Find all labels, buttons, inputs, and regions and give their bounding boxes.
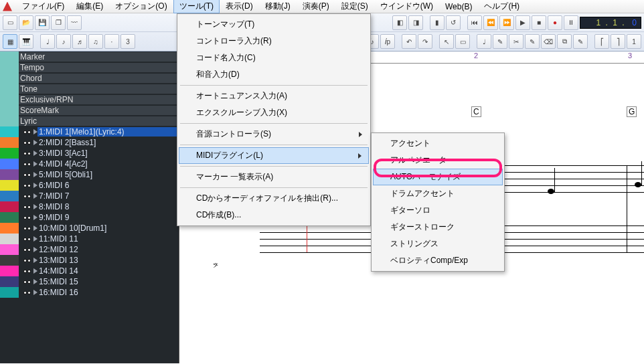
menu-item[interactable]: コントローラ入力(R) bbox=[179, 33, 369, 50]
menu-item[interactable]: アルペジエーター bbox=[373, 152, 503, 169]
tools-menu[interactable]: トーンマップ(T)コントローラ入力(R)コード名入力(C)和音入力(D)オートニ… bbox=[177, 13, 371, 226]
menu-window[interactable]: ウインドウ(W) bbox=[374, 0, 439, 13]
tb-select-icon[interactable]: ▭ bbox=[455, 34, 470, 49]
menu-move[interactable]: 移動(J) bbox=[259, 0, 297, 13]
track-controls[interactable] bbox=[19, 163, 32, 166]
menu-item[interactable]: 和音入力(D) bbox=[179, 66, 369, 83]
track-controls[interactable] bbox=[19, 184, 32, 187]
track-row[interactable]: 3:MIDI 3[Ac1] bbox=[0, 148, 179, 159]
track-section[interactable]: ScoreMark bbox=[0, 105, 179, 116]
menu-help[interactable]: ヘルプ(H) bbox=[478, 0, 526, 13]
track-row[interactable]: 10:MIDI 10[Drum1] bbox=[0, 223, 179, 234]
chord-label[interactable]: G bbox=[627, 106, 637, 117]
menu-item[interactable]: トーンマップ(T) bbox=[179, 16, 369, 33]
track-row[interactable]: 12:MIDI 12 bbox=[0, 244, 179, 255]
tb-note-16-icon[interactable]: ♬ bbox=[72, 34, 87, 49]
menu-item[interactable]: マーカー 一覧表示(A) bbox=[179, 169, 369, 185]
track-row[interactable]: 14:MIDI 14 bbox=[0, 266, 179, 276]
tb-grid-icon[interactable]: ▦ bbox=[3, 34, 17, 49]
track-section[interactable]: Marker bbox=[0, 52, 179, 62]
tb-bracket-l-icon[interactable]: ⎡ bbox=[594, 34, 609, 49]
tb-rec-icon[interactable]: ● bbox=[548, 15, 562, 30]
menu-item[interactable]: コード名入力(C) bbox=[179, 50, 369, 66]
tb-redo-icon[interactable]: ↷ bbox=[418, 34, 432, 49]
tb-open-icon[interactable]: 📂 bbox=[19, 15, 33, 30]
track-row[interactable]: 15:MIDI 15 bbox=[0, 276, 179, 287]
tb-b1-icon[interactable]: ◧ bbox=[392, 15, 407, 30]
tb-save-icon[interactable]: 💾 bbox=[35, 15, 50, 30]
menu-item[interactable]: CDからオーディオファイルを抽出(R)... bbox=[179, 190, 369, 207]
menu-item[interactable]: 音源コントローラ(S) bbox=[179, 126, 369, 143]
track-row[interactable]: 1:MIDI 1[Melo1](Lyric:4) bbox=[0, 126, 179, 137]
tb-note-whole-icon[interactable]: ♩ bbox=[40, 34, 55, 49]
midi-plugin-submenu[interactable]: アクセントアルペジエーターAUTOハーモナイズドラムアクセントギターソロギタース… bbox=[371, 132, 505, 272]
tb-piano-icon[interactable]: 🎹 bbox=[19, 34, 33, 49]
chord-label[interactable]: C bbox=[471, 106, 481, 117]
track-row[interactable]: 6:MIDI 6 bbox=[0, 180, 179, 191]
track-section[interactable]: Lyric bbox=[0, 116, 179, 126]
menu-play[interactable]: 演奏(P) bbox=[297, 0, 335, 13]
tb-loop-icon[interactable]: ↺ bbox=[446, 15, 461, 30]
tb-pause-icon[interactable]: ⏸ bbox=[564, 15, 578, 30]
tb-tool2-icon[interactable]: ✎ bbox=[493, 34, 507, 49]
track-row[interactable]: 4:MIDI 4[Ac2] bbox=[0, 159, 179, 169]
menu-item[interactable]: ギターストローク bbox=[373, 219, 503, 236]
menu-item[interactable]: オートニュアンス入力(A) bbox=[179, 88, 369, 104]
track-controls[interactable] bbox=[19, 216, 32, 219]
track-controls[interactable] bbox=[19, 238, 32, 241]
tb-bracket-r-icon[interactable]: ⎤ bbox=[611, 34, 625, 49]
tb-undo-icon[interactable]: ↶ bbox=[402, 34, 416, 49]
menu-item[interactable]: エクスクルーシブ入力(X) bbox=[179, 104, 369, 121]
track-row[interactable]: 16:MIDI 16 bbox=[0, 287, 179, 298]
tb-b2-icon[interactable]: ◨ bbox=[408, 15, 423, 30]
menu-edit[interactable]: 編集(E) bbox=[70, 0, 109, 13]
menu-file[interactable]: ファイル(F) bbox=[16, 0, 70, 13]
track-section[interactable]: Tempo bbox=[0, 62, 179, 73]
track-section[interactable]: Chord bbox=[0, 73, 179, 84]
tb-stop-icon[interactable]: ■ bbox=[532, 15, 546, 30]
track-controls[interactable] bbox=[19, 173, 32, 177]
track-row[interactable]: 5:MIDI 5[Obli1] bbox=[0, 169, 179, 180]
tb-one-icon[interactable]: 1 bbox=[627, 34, 641, 49]
menu-item[interactable]: CD作成(B)... bbox=[179, 207, 369, 223]
menu-item[interactable]: AUTOハーモナイズ bbox=[373, 169, 503, 185]
track-controls[interactable] bbox=[19, 195, 32, 198]
note[interactable] bbox=[635, 182, 641, 187]
menu-item[interactable]: MIDIプラグイン(L) bbox=[179, 147, 369, 164]
track-row[interactable]: 2:MIDI 2[Bass1] bbox=[0, 137, 179, 148]
tb-note-8-icon[interactable]: ♪ bbox=[56, 34, 71, 49]
tb-play-icon[interactable]: ▶ bbox=[515, 15, 530, 30]
menu-settings[interactable]: 設定(S) bbox=[335, 0, 374, 13]
track-controls[interactable] bbox=[19, 270, 32, 273]
menu-option[interactable]: オプション(O) bbox=[109, 0, 173, 13]
tb-dot-icon[interactable]: · bbox=[104, 34, 119, 49]
tb-eraser-icon[interactable]: ⌫ bbox=[541, 34, 556, 49]
track-controls[interactable] bbox=[19, 227, 32, 230]
track-row[interactable]: 11:MIDI 11 bbox=[0, 234, 179, 244]
track-section[interactable]: Tone bbox=[0, 84, 179, 94]
track-row[interactable]: 9:MIDI 9 bbox=[0, 212, 179, 223]
track-row[interactable]: 13:MIDI 13 bbox=[0, 255, 179, 266]
tb-ff-icon[interactable]: ⏩ bbox=[499, 15, 514, 30]
track-controls[interactable] bbox=[19, 280, 32, 284]
menu-web[interactable]: Web(B) bbox=[439, 1, 478, 13]
tb-glue-icon[interactable]: ⧉ bbox=[557, 34, 572, 49]
note[interactable] bbox=[548, 189, 554, 194]
menu-item[interactable]: ギターソロ bbox=[373, 202, 503, 219]
track-row[interactable]: 7:MIDI 7 bbox=[0, 191, 179, 201]
tb-insp-ip-icon[interactable]: ip bbox=[380, 34, 395, 49]
menu-item[interactable]: アクセント bbox=[373, 135, 503, 152]
tb-tool4-icon[interactable]: ✎ bbox=[525, 34, 540, 49]
track-section[interactable]: Exclusive/RPN bbox=[0, 94, 179, 105]
track-controls[interactable] bbox=[19, 259, 32, 262]
menu-item[interactable]: ベロシティComp/Exp bbox=[373, 252, 503, 269]
track-controls[interactable] bbox=[19, 205, 32, 209]
track-controls[interactable] bbox=[19, 152, 32, 155]
tb-rew-icon[interactable]: ⏪ bbox=[483, 15, 498, 30]
menu-display[interactable]: 表示(D) bbox=[220, 0, 259, 13]
tb-marker-icon[interactable]: ▮ bbox=[430, 15, 445, 30]
tb-wave-icon[interactable]: 〰 bbox=[67, 15, 82, 30]
track-row[interactable]: 8:MIDI 8 bbox=[0, 201, 179, 212]
menu-item[interactable]: ストリングス bbox=[373, 236, 503, 252]
track-controls[interactable] bbox=[19, 291, 32, 294]
